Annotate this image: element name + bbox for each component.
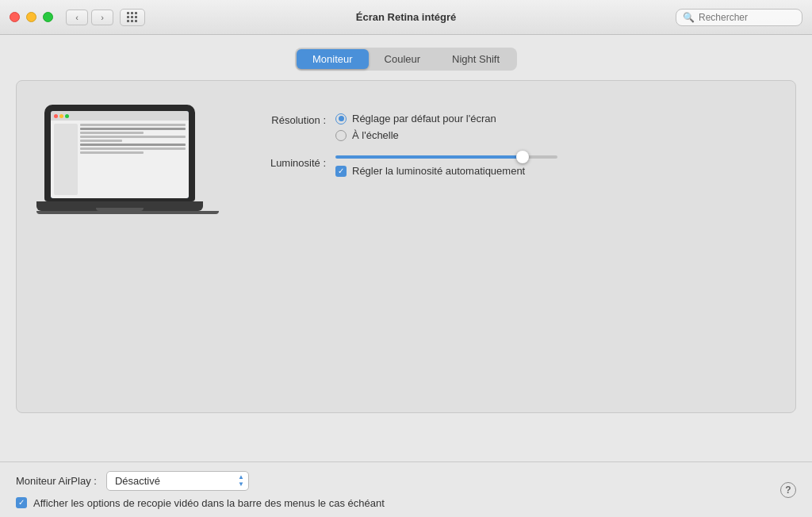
mirror-checkbox-row: ✓ Afficher les options de recopie vidéo … <box>16 497 768 509</box>
tabs: Moniteur Couleur Night Shift <box>295 48 517 71</box>
screen-toolbar <box>51 111 189 121</box>
main-content: Moniteur Couleur Night Shift <box>0 35 812 426</box>
close-button[interactable] <box>10 12 20 22</box>
auto-brightness-label: Régler la luminosité automatiquement <box>352 165 525 177</box>
screen-text-3 <box>80 132 144 134</box>
auto-brightness-checkbox[interactable]: ✓ <box>335 166 347 177</box>
screen-text-1 <box>80 124 186 126</box>
slider-row <box>335 155 779 159</box>
resolution-row: Résolution : Réglage par défaut pour l'é… <box>239 113 779 141</box>
laptop-base <box>36 201 203 211</box>
checkmark-icon: ✓ <box>338 167 344 175</box>
mirror-checkbox-label: Afficher les options de recopie vidéo da… <box>33 497 385 509</box>
screen-text-4 <box>80 136 186 138</box>
auto-brightness-row: ✓ Régler la luminosité automatiquement <box>335 165 779 177</box>
resolution-control: Réglage par défaut pour l'écran À l'éche… <box>335 113 779 141</box>
screen-main-area <box>80 124 186 195</box>
screen-text-7 <box>80 147 186 150</box>
laptop-screen <box>44 105 195 201</box>
laptop-bottom <box>36 211 219 214</box>
screen-text-8 <box>80 151 144 154</box>
airplay-row: Moniteur AirPlay : Désactivé Activé ▲ ▼ <box>16 471 768 491</box>
screen-text-6 <box>80 144 186 146</box>
screen-min-dot <box>59 114 63 118</box>
tabs-container: Moniteur Couleur Night Shift <box>16 48 796 71</box>
tab-night-shift[interactable]: Night Shift <box>436 49 515 69</box>
help-button[interactable]: ? <box>780 482 796 498</box>
traffic-lights <box>10 12 53 22</box>
screen-text-2 <box>80 128 186 130</box>
screen-close-dot <box>54 114 58 118</box>
screen-body <box>51 121 189 198</box>
radio-scaled-circle[interactable] <box>335 130 347 141</box>
laptop-wrapper <box>36 105 203 214</box>
titlebar: ‹ › Écran Retina intégré 🔍 <box>0 0 812 35</box>
radio-scaled-label: À l'échelle <box>352 129 399 141</box>
luminosity-row: Luminosité : ✓ Régler la luminosité auto… <box>239 155 779 177</box>
brightness-slider-thumb[interactable] <box>516 151 529 163</box>
luminosity-control: ✓ Régler la luminosité automatiquement <box>335 155 779 177</box>
mirror-checkbox[interactable]: ✓ <box>16 497 27 508</box>
brightness-slider-track[interactable] <box>335 155 557 159</box>
window-title: Écran Retina intégré <box>356 11 456 23</box>
airplay-select[interactable]: Désactivé Activé <box>106 471 249 491</box>
search-input[interactable] <box>699 12 795 23</box>
tab-couleur[interactable]: Couleur <box>369 49 437 69</box>
maximize-button[interactable] <box>43 12 53 22</box>
screen-text-5 <box>80 140 122 142</box>
minimize-button[interactable] <box>26 12 36 22</box>
screen-sidebar <box>54 124 78 195</box>
grid-button[interactable] <box>120 9 145 26</box>
back-button[interactable]: ‹ <box>66 10 88 25</box>
settings-area: Résolution : Réglage par défaut pour l'é… <box>239 97 779 191</box>
laptop-display <box>51 111 189 198</box>
search-icon: 🔍 <box>683 12 695 23</box>
forward-button[interactable]: › <box>91 10 113 25</box>
radio-default-circle[interactable] <box>335 113 347 124</box>
screen-max-dot <box>65 114 69 118</box>
radio-default-label: Réglage par défaut pour l'écran <box>352 113 496 124</box>
mirror-checkmark-icon: ✓ <box>18 499 25 507</box>
resolution-option-scaled[interactable]: À l'échelle <box>335 129 779 141</box>
airplay-label: Moniteur AirPlay : <box>16 475 97 487</box>
bottom-section: Moniteur AirPlay : Désactivé Activé ▲ ▼ … <box>16 471 768 509</box>
nav-buttons: ‹ › <box>66 10 113 25</box>
content-panel: Résolution : Réglage par défaut pour l'é… <box>16 80 796 413</box>
airplay-select-wrapper: Désactivé Activé ▲ ▼ <box>106 471 249 491</box>
luminosity-label: Luminosité : <box>239 155 326 169</box>
grid-icon <box>127 12 138 23</box>
resolution-option-default[interactable]: Réglage par défaut pour l'écran <box>335 113 779 124</box>
search-box[interactable]: 🔍 <box>676 9 802 26</box>
tab-moniteur[interactable]: Moniteur <box>297 49 369 69</box>
laptop-illustration <box>33 97 207 214</box>
resolution-label: Résolution : <box>239 113 326 126</box>
bottom-bar: Moniteur AirPlay : Désactivé Activé ▲ ▼ … <box>0 461 812 517</box>
resolution-radio-group: Réglage par défaut pour l'écran À l'éche… <box>335 113 779 141</box>
